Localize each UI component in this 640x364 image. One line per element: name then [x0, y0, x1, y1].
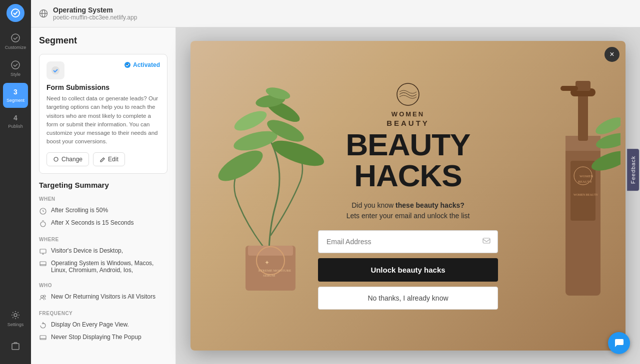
globe-icon [39, 9, 48, 18]
popup-tagline: Did you know these beauty hacks? Lets en… [346, 200, 470, 221]
targeting-row-visitors: New Or Returning Visitors is All Visitor… [39, 291, 168, 304]
brand-logo-icon [396, 82, 420, 107]
topbar: Operating System poetic-muffin-cbc3ee.ne… [31, 0, 640, 27]
targeting-os-text: Operating System is Windows, Macos, Linu… [51, 260, 168, 274]
popup-container: ✦ XTREME MOISTURE SERUM WOMEN [190, 41, 626, 351]
targeting-row-frequency2: Never Stop Displaying The Popup [39, 332, 168, 344]
svg-text:BEAUTY: BEAUTY [578, 180, 592, 184]
where-label: WHERE [39, 237, 168, 242]
segment-card-title: Form Submissions [46, 83, 160, 91]
targeting-row-os: Operating System is Windows, Macos, Linu… [39, 258, 168, 276]
main-area: ✦ XTREME MOISTURE SERUM WOMEN [176, 27, 640, 364]
segment-card-description: Need to collect data or generate leads? … [46, 94, 160, 146]
edit-button[interactable]: Edit [93, 152, 125, 166]
brand-line1: WOMEN [392, 110, 424, 119]
svg-rect-45 [483, 238, 490, 243]
svg-point-3 [14, 314, 17, 317]
svg-text:WOMEN: WOMEN [580, 174, 593, 178]
segment-card: Activated Form Submissions Need to colle… [39, 54, 168, 174]
unlock-button[interactable]: Unlock beauty hacks [318, 258, 498, 282]
email-input[interactable] [318, 230, 498, 253]
email-input-wrap [318, 230, 498, 253]
refresh-icon [39, 322, 47, 330]
svg-rect-35 [560, 86, 578, 91]
who-label: WHO [39, 283, 168, 288]
svg-point-16 [214, 145, 268, 187]
targeting-freq2-text: Never Stop Displaying The Popup [51, 334, 142, 341]
monitor-icon [39, 260, 47, 268]
brand-line2: BEAUTY [386, 119, 430, 127]
svg-point-14 [44, 295, 46, 297]
women-beauty-logo [396, 82, 420, 109]
svg-rect-4 [12, 344, 19, 350]
svg-point-7 [52, 66, 60, 74]
targeting-visitors-text: New Or Returning Visitors is All Visitor… [51, 293, 156, 300]
users-icon [39, 294, 47, 302]
segment-card-icon [46, 61, 64, 79]
sidebar-item-customize[interactable]: Customize [0, 28, 31, 55]
svg-point-20 [232, 107, 269, 135]
topbar-info: Operating System poetic-muffin-cbc3ee.ne… [53, 6, 137, 21]
sidebar-item-style[interactable]: Style [0, 55, 31, 82]
change-button[interactable]: Change [46, 152, 89, 166]
svg-text:XTREME MOISTURE: XTREME MOISTURE [258, 269, 291, 273]
no-thanks-button[interactable]: No thanks, I already know [318, 287, 498, 310]
svg-rect-12 [40, 262, 46, 266]
svg-text:WOMEN BEAUTY: WOMEN BEAUTY [574, 193, 598, 196]
svg-point-10 [40, 222, 46, 227]
sidebar: Customize Style 3 Segment 4 Publish Sett… [0, 0, 31, 364]
targeting-row-frequency1: Display On Every Page View. [39, 319, 168, 332]
monitor2-icon [39, 334, 47, 342]
chat-icon [614, 338, 624, 349]
popup-main-title: BEAUTY HACKS [318, 129, 498, 191]
svg-point-18 [232, 127, 279, 154]
targeting-row-seconds: After X Seconds is 15 Seconds [39, 217, 168, 230]
targeting-freq1-text: Display On Every Page View. [51, 321, 129, 328]
desktop-icon [39, 248, 47, 256]
popup-content: WOMEN BEAUTY BEAUTY HACKS Did you know t… [308, 41, 508, 351]
svg-rect-36 [570, 161, 596, 221]
popup-background: ✦ XTREME MOISTURE SERUM WOMEN [190, 41, 626, 351]
bottle-decoration: WOMEN BEAUTY WOMEN BEAUTY [546, 61, 620, 321]
activated-badge: Activated [124, 61, 160, 68]
targeting-summary-title: Targeting Summary [39, 181, 168, 189]
svg-point-13 [41, 295, 44, 298]
when-label: WHEN [39, 196, 168, 202]
segment-title: Segment [39, 35, 168, 46]
timer-icon [39, 220, 47, 228]
svg-text:SERUM: SERUM [263, 274, 276, 278]
sidebar-item-segment[interactable]: 3 Segment [3, 83, 28, 108]
svg-rect-32 [578, 91, 588, 141]
svg-point-2 [12, 61, 20, 69]
segment-actions: Change Edit [46, 152, 160, 166]
chat-bubble[interactable] [608, 332, 630, 354]
sidebar-item-settings[interactable]: Settings [0, 305, 31, 332]
svg-rect-15 [40, 336, 46, 340]
sidebar-item-publish[interactable]: 4 Publish [0, 109, 31, 134]
targeting-device-text: Visitor's Device is Desktop, [51, 247, 123, 254]
svg-text:✦: ✦ [264, 259, 270, 266]
app-logo [6, 4, 24, 22]
scroll-icon [39, 207, 47, 215]
targeting-row-device: Visitor's Device is Desktop, [39, 245, 168, 258]
targeting-seconds-text: After X Seconds is 15 Seconds [51, 219, 134, 226]
feedback-tab[interactable]: Feedback [627, 149, 639, 191]
sidebar-item-projects[interactable] [0, 336, 31, 356]
targeting-scroll-text: After Scrolling is 50% [51, 207, 108, 214]
segment-panel: Segment Activated Form Submissions Need … [31, 27, 176, 364]
svg-point-1 [12, 34, 20, 42]
email-icon [482, 236, 491, 247]
frequency-label: FREQUENCY [39, 311, 168, 316]
svg-rect-11 [40, 249, 46, 253]
targeting-row-scroll: After Scrolling is 50% [39, 205, 168, 217]
popup-close-button[interactable]: × [604, 47, 620, 62]
svg-point-0 [12, 9, 20, 17]
